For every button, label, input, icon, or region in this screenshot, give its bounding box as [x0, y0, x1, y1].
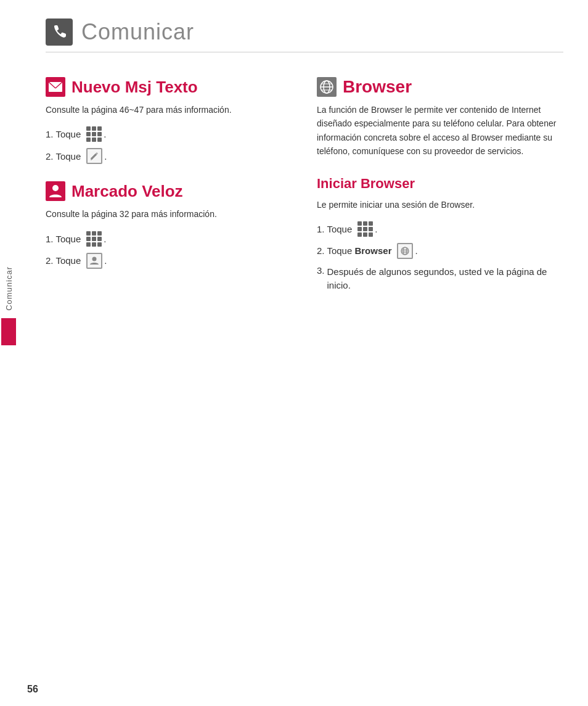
- step-item: 3. Después de algunos segundos, usted ve…: [317, 265, 563, 293]
- nuevo-msj-title: Nuevo Msj Texto: [71, 78, 198, 97]
- two-col-layout: Nuevo Msj Texto Consulte la página 46~47…: [46, 77, 563, 310]
- sidebar-tab: Comunicar: [0, 185, 17, 345]
- step3-text: Después de algunos segundos, usted ve la…: [327, 265, 563, 293]
- phone-header-icon: [46, 18, 73, 46]
- message-section-icon: [46, 77, 65, 97]
- marcado-veloz-header: Marcado Veloz: [46, 181, 292, 201]
- step-item: 2. Toque .: [46, 148, 292, 164]
- browser-body: La función de Browser le permite ver con…: [317, 103, 563, 158]
- browser-inline-icon: [397, 243, 413, 259]
- grid-icon: [357, 221, 373, 237]
- page-content: Comunicar Nuevo Msj Texto Consulte la pá…: [27, 0, 588, 706]
- page-number: 56: [27, 684, 38, 695]
- marcado-veloz-title: Marcado Veloz: [71, 182, 183, 201]
- svg-point-7: [52, 185, 59, 191]
- sidebar-bar-accent: [1, 318, 16, 345]
- iniciar-browser-steps: 1. Toque .: [317, 221, 563, 293]
- step-item-toque-browser: 2. Toque Browser .: [317, 243, 563, 259]
- step-item: 1. Toque .: [46, 126, 292, 142]
- sidebar-label: Comunicar: [4, 266, 14, 311]
- svg-point-8: [92, 257, 97, 261]
- speed-dial-section-icon: [46, 181, 65, 201]
- grid-icon: [86, 126, 102, 142]
- nuevo-msj-header: Nuevo Msj Texto: [46, 77, 292, 97]
- svg-rect-0: [46, 18, 73, 46]
- step-item: 1. Toque .: [46, 231, 292, 247]
- browser-header: Browser: [317, 77, 563, 97]
- page-title: Comunicar: [81, 19, 194, 45]
- browser-title: Browser: [343, 77, 412, 97]
- marcado-veloz-body: Consulte la página 32 para más informaci…: [46, 207, 292, 221]
- browser-bold-label: Browser: [354, 245, 391, 256]
- iniciar-browser-body: Le permite iniciar una sesión de Browser…: [317, 198, 563, 211]
- browser-section-icon: [317, 77, 337, 97]
- marcado-veloz-steps: 1. Toque .: [46, 231, 292, 269]
- grid-icon: [86, 231, 102, 247]
- right-column: Browser La función de Browser le permite…: [317, 77, 563, 310]
- marcado-veloz-section: Marcado Veloz Consulte la página 32 para…: [46, 181, 292, 268]
- iniciar-browser-section: Iniciar Browser Le permite iniciar una s…: [317, 176, 563, 293]
- nuevo-msj-steps: 1. Toque .: [46, 126, 292, 164]
- step-item: 2. Toque .: [46, 253, 292, 269]
- step-item: 1. Toque .: [317, 221, 563, 237]
- left-column: Nuevo Msj Texto Consulte la página 46~47…: [46, 77, 292, 310]
- person-icon: [86, 253, 102, 269]
- iniciar-browser-title: Iniciar Browser: [317, 176, 563, 192]
- browser-section: Browser La función de Browser le permite…: [317, 77, 563, 158]
- nuevo-msj-section: Nuevo Msj Texto Consulte la página 46~47…: [46, 77, 292, 164]
- nuevo-msj-body: Consulte la página 46~47 para más inform…: [46, 103, 292, 117]
- compose-icon: [86, 148, 102, 164]
- page-header: Comunicar: [46, 18, 563, 52]
